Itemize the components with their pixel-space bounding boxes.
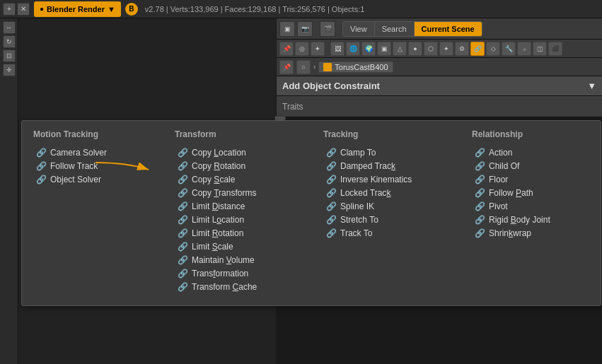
object-data2-icon[interactable]: ◇: [486, 42, 500, 56]
constraint-dropdown-arrow[interactable]: ▼: [587, 81, 596, 91]
object-name: TorusCastB400: [335, 63, 388, 71]
modifiers-icon[interactable]: 🔧: [502, 42, 516, 56]
nav-tabs: View Search Current Scene: [342, 21, 482, 37]
menu-item-copy-transforms[interactable]: 🔗 Copy Transforms: [175, 187, 323, 199]
physics-icon[interactable]: ⚙: [455, 42, 469, 56]
menu-item-camera-solver[interactable]: 🔗 Camera Solver: [33, 146, 175, 159]
add-area-button[interactable]: +: [3, 3, 16, 16]
menu-item-locked-track[interactable]: 🔗 Locked Track: [323, 187, 472, 199]
menu-item-label-locked-track: Locked Track: [340, 188, 390, 198]
cursor-icon[interactable]: ✛: [3, 64, 16, 76]
viewport-left-toolbar: ↔ ↻ ⊡ ✛: [0, 18, 18, 364]
world-icon[interactable]: 🌍: [361, 42, 376, 56]
chain-icon-limit-scale: 🔗: [178, 242, 187, 252]
version-info: v2.78 | Verts:133,969 | Faces:129,168 | …: [145, 5, 364, 13]
menu-item-maintain-volume[interactable]: 🔗 Maintain Volume: [175, 254, 323, 266]
menu-item-label-action: Action: [489, 148, 512, 158]
particles-icon[interactable]: ✦: [311, 42, 325, 56]
engine-dropdown[interactable]: ● Blender Render ▼: [34, 1, 121, 17]
menu-item-spline-ik[interactable]: 🔗 Spline IK: [323, 200, 472, 213]
pin-icon[interactable]: 📌: [279, 42, 294, 56]
mesh-icon[interactable]: ▣: [279, 21, 295, 37]
particles2-icon[interactable]: ✦: [439, 42, 453, 56]
scene-icon[interactable]: 🎬: [320, 21, 335, 37]
menu-item-action[interactable]: 🔗 Action: [472, 146, 602, 159]
chain-icon-limit-distance: 🔗: [178, 201, 187, 211]
column-relationship: Relationship 🔗 Action 🔗 Child Of 🔗 Floor…: [472, 129, 602, 294]
menu-item-copy-scale[interactable]: 🔗 Copy Scale: [175, 173, 323, 186]
transform-icon[interactable]: ↔: [3, 21, 16, 34]
object-path-row: 📌 ○ › TorusCastB400: [277, 58, 602, 76]
menu-item-limit-scale[interactable]: 🔗 Limit Scale: [175, 240, 323, 253]
menu-item-clamp-to[interactable]: 🔗 Clamp To: [323, 146, 472, 159]
menu-item-label-limit-scale: Limit Scale: [192, 242, 233, 252]
column-header-motion-tracking: Motion Tracking: [33, 129, 175, 141]
mesh-data-icon[interactable]: △: [393, 42, 407, 56]
top-bar-left: + ✕ ● Blender Render ▼ B v2.78 | Verts:1…: [0, 1, 367, 17]
menu-item-limit-rotation[interactable]: 🔗 Limit Rotation: [175, 227, 323, 240]
shape-keys-icon[interactable]: ⬦: [517, 42, 531, 56]
menu-item-child-of[interactable]: 🔗 Child Of: [472, 160, 602, 172]
pin2-icon[interactable]: 📌: [279, 60, 294, 74]
chain-icon-maintain-volume: 🔗: [178, 255, 187, 265]
dropdown-menu: Motion Tracking 🔗 Camera Solver 🔗 Follow…: [21, 120, 601, 306]
chain-icon-spline-ik: 🔗: [326, 201, 336, 211]
menu-item-transform-cache[interactable]: 🔗 Transform Cache: [175, 281, 323, 293]
menu-item-label-inverse-kinematics: Inverse Kinematics: [340, 175, 412, 184]
menu-item-label-copy-location: Copy Location: [192, 148, 246, 158]
blender-logo-icon: ●: [40, 5, 44, 13]
menu-item-inverse-kinematics[interactable]: 🔗 Inverse Kinematics: [323, 173, 472, 186]
object-icon[interactable]: ▣: [377, 42, 391, 56]
menu-item-stretch-to[interactable]: 🔗 Stretch To: [323, 213, 472, 226]
object-name-box[interactable]: TorusCastB400: [318, 61, 393, 73]
chain-icon-track-to: 🔗: [326, 228, 336, 238]
menu-item-pivot[interactable]: 🔗 Pivot: [472, 200, 602, 213]
menu-item-label-camera-solver: Camera Solver: [50, 148, 107, 158]
menu-item-limit-location[interactable]: 🔗 Limit Location: [175, 213, 323, 226]
chain-icon-limit-location: 🔗: [178, 215, 187, 225]
traits-label: Traits: [282, 102, 303, 112]
chain-icon-clamp-to: 🔗: [326, 148, 336, 158]
texture-icon[interactable]: ⬡: [424, 42, 438, 56]
close-area-button[interactable]: ✕: [17, 3, 30, 16]
menu-item-shrinkwrap[interactable]: 🔗 Shrinkwrap: [472, 227, 602, 240]
menu-item-transformation[interactable]: 🔗 Transformation: [175, 267, 323, 280]
menu-item-label-follow-track: Follow Track: [50, 161, 98, 171]
material-icon[interactable]: ●: [408, 42, 422, 56]
menu-item-label-follow-path: Follow Path: [489, 188, 533, 198]
render-icon[interactable]: 📷: [297, 21, 313, 37]
menu-item-label-limit-distance: Limit Distance: [192, 201, 245, 211]
object-data-icon[interactable]: ◎: [295, 42, 309, 56]
scale-icon[interactable]: ⊡: [3, 49, 16, 62]
menu-item-limit-distance[interactable]: 🔗 Limit Distance: [175, 200, 323, 213]
menu-item-follow-track[interactable]: 🔗 Follow Track: [33, 160, 175, 172]
chain-icon-floor: 🔗: [475, 175, 485, 184]
chain-icon-locked-track: 🔗: [326, 188, 336, 198]
menu-item-label-copy-transforms: Copy Transforms: [192, 188, 256, 198]
menu-item-track-to[interactable]: 🔗 Track To: [323, 227, 472, 240]
menu-item-copy-location[interactable]: 🔗 Copy Location: [175, 146, 323, 159]
menu-item-damped-track[interactable]: 🔗 Damped Track: [323, 160, 472, 172]
menu-item-floor[interactable]: 🔗 Floor: [472, 173, 602, 186]
menu-item-rigid-body-joint[interactable]: 🔗 Rigid Body Joint: [472, 213, 602, 226]
menu-item-label-transformation: Transformation: [192, 269, 248, 278]
tab-current-scene[interactable]: Current Scene: [415, 22, 482, 36]
menu-item-object-solver[interactable]: 🔗 Object Solver: [33, 173, 175, 186]
menu-item-label-pivot: Pivot: [489, 201, 508, 211]
tab-search[interactable]: Search: [375, 22, 415, 36]
menu-item-follow-path[interactable]: 🔗 Follow Path: [472, 187, 602, 199]
chain-icon-damped-track: 🔗: [326, 161, 336, 171]
tab-view[interactable]: View: [343, 22, 375, 36]
vertex-groups-icon[interactable]: ⬛: [548, 42, 562, 56]
menu-item-label-stretch-to: Stretch To: [340, 215, 378, 225]
menu-item-copy-rotation[interactable]: 🔗 Copy Rotation: [175, 160, 323, 172]
uvmap-icon[interactable]: ◫: [533, 42, 547, 56]
constraints-icon[interactable]: 🔗: [470, 42, 485, 56]
render-settings-icon[interactable]: 🖼: [330, 42, 345, 56]
menu-item-label-shrinkwrap: Shrinkwrap: [489, 228, 531, 238]
scene-settings-icon[interactable]: 🌐: [346, 42, 360, 56]
column-header-relationship: Relationship: [472, 129, 602, 141]
rotate-icon[interactable]: ↻: [3, 35, 16, 48]
object-sphere-icon[interactable]: ○: [296, 60, 311, 74]
add-constraint-row: Add Object Constraint ▼: [277, 76, 602, 96]
